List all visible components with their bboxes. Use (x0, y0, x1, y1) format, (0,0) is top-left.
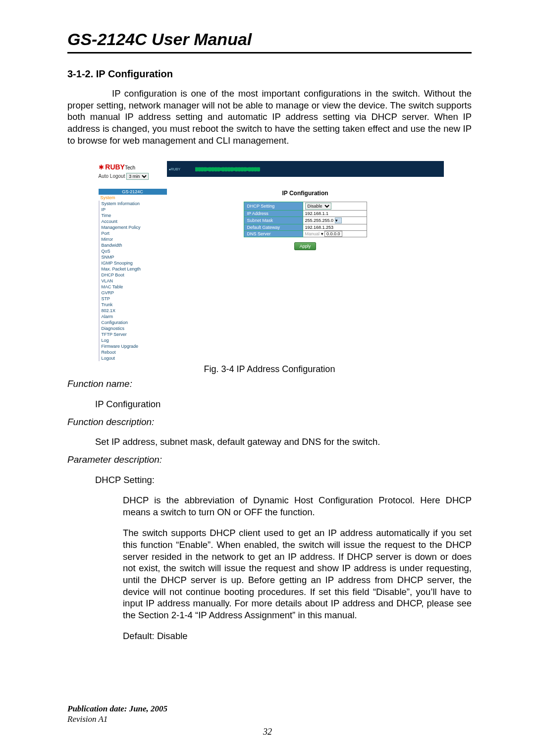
sidebar-item-gvrp[interactable]: GVRP (99, 290, 167, 296)
switch-graphic: ●RUBY████ ████ ████ ████ ████ (167, 161, 444, 177)
sidebar-item-logout[interactable]: Logout (99, 355, 167, 361)
row-label-ip: IP Address (244, 211, 303, 217)
apply-button[interactable]: Apply (294, 242, 317, 250)
dns-value[interactable]: 0.0.0.0 (324, 231, 342, 237)
brand-text: RUBY (105, 163, 125, 171)
sidebar-item-vlan[interactable]: VLAN (99, 278, 167, 284)
sidebar-item-alarm[interactable]: Alarm (99, 314, 167, 320)
sidebar-item-max-packet-length[interactable]: Max. Packet Length (99, 266, 167, 272)
param-p1: DHCP is the abbreviation of Dynamic Host… (123, 494, 472, 518)
sidebar-item-snmp[interactable]: SNMP (99, 254, 167, 260)
brand-sub: Tech (125, 165, 135, 170)
pub-line1: Publication date: June, 2005 (67, 704, 167, 713)
section-heading: 3-1-2. IP Configuration (67, 68, 472, 80)
auto-logout-label: Auto Logout (99, 173, 125, 179)
sidebar-item-dhcp-boot[interactable]: DHCP Boot (99, 272, 167, 278)
mask-value[interactable]: 255.255.255.0 (305, 218, 334, 223)
auto-logout-select[interactable]: 3 min (126, 173, 149, 180)
sidebar-item-time[interactable]: Time (99, 213, 167, 218)
screenshot-embedded-ui: ✱ RUBYTech Auto Logout 3 min GS-2124C Sy… (96, 161, 444, 361)
param-desc-label: Parameter description: (67, 454, 472, 465)
sidebar: GS-2124C System System Information IP Ti… (99, 189, 167, 361)
manual-title: GS-2124C User Manual (67, 30, 472, 49)
row-label-mask: Subnet Mask (244, 217, 303, 224)
param-default: Default: Disable (123, 630, 472, 642)
sidebar-item-stp[interactable]: STP (99, 296, 167, 302)
sidebar-item-bandwidth[interactable]: Bandwidth (99, 242, 167, 248)
row-label-dns: DNS Server (244, 231, 303, 237)
sidebar-item-port[interactable]: Port (99, 230, 167, 236)
sidebar-item-configuration[interactable]: Configuration (99, 320, 167, 325)
fn-name-label: Function name: (67, 378, 472, 389)
fn-name-value: IP Configuration (95, 399, 472, 410)
ip-value[interactable]: 192.168.1.1 (305, 211, 329, 216)
sidebar-item-management-policy[interactable]: Management Policy (99, 224, 167, 230)
ui-left-panel: ✱ RUBYTech Auto Logout 3 min GS-2124C Sy… (96, 161, 167, 361)
sidebar-model: GS-2124C (99, 189, 167, 195)
pub-line2: Revision A1 (67, 714, 107, 724)
sidebar-system-group[interactable]: System (99, 195, 167, 201)
sidebar-item-8021x[interactable]: 802.1X (99, 308, 167, 314)
content-title: IP Configuration (167, 190, 444, 197)
sidebar-item-ip[interactable]: IP (99, 207, 167, 213)
dhcp-select[interactable]: Disable (305, 203, 331, 210)
sidebar-item-mac-table[interactable]: MAC Table (99, 284, 167, 290)
sidebar-item-account[interactable]: Account (99, 218, 167, 224)
param-p2: The switch supports DHCP client used to … (123, 527, 472, 621)
intro-text: IP configuration is one of the most impo… (67, 88, 472, 146)
param-name: DHCP Setting: (95, 475, 472, 486)
sidebar-item-reboot[interactable]: Reboot (99, 349, 167, 355)
figure-caption: Fig. 3-4 IP Address Configuration (67, 364, 472, 375)
sidebar-item-igmp-snooping[interactable]: IGMP Snooping (99, 260, 167, 266)
page-number: 32 (0, 727, 535, 737)
sidebar-item-firmware-upgrade[interactable]: Firmware Upgrade (99, 343, 167, 349)
sidebar-item-qos[interactable]: QoS (99, 248, 167, 254)
publication-footer: Publication date: June, 2005 Revision A1 (67, 703, 167, 725)
dns-mode[interactable]: Manual (305, 231, 320, 236)
sidebar-item-system-information[interactable]: System Information (99, 201, 167, 207)
row-label-gw: Default Gateway (244, 224, 303, 231)
sidebar-item-log[interactable]: Log (99, 337, 167, 343)
sidebar-item-tftp-server[interactable]: TFTP Server (99, 331, 167, 337)
ip-config-table: DHCP Setting Disable IP Address 192.168.… (244, 202, 367, 237)
row-label-dhcp: DHCP Setting (244, 202, 303, 211)
fn-desc-value: Set IP address, subnet mask, default gat… (95, 436, 472, 447)
sidebar-item-mirror[interactable]: Mirror (99, 236, 167, 242)
ui-right-panel: ●RUBY████ ████ ████ ████ ████ IP Configu… (167, 161, 444, 361)
ruby-logo: ✱ RUBYTech (99, 163, 167, 171)
gw-value[interactable]: 192.168.1.253 (305, 225, 334, 230)
intro-paragraph: IP configuration is one of the most impo… (67, 88, 472, 146)
sidebar-item-diagnostics[interactable]: Diagnostics (99, 325, 167, 331)
fn-desc-label: Function description: (67, 417, 472, 428)
sidebar-item-trunk[interactable]: Trunk (99, 302, 167, 308)
